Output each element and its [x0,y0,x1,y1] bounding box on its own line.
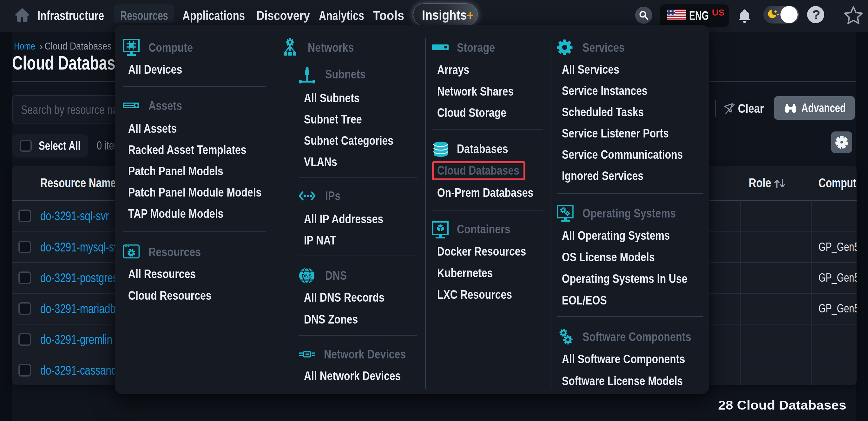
svg-text:DNS: DNS [302,273,312,278]
